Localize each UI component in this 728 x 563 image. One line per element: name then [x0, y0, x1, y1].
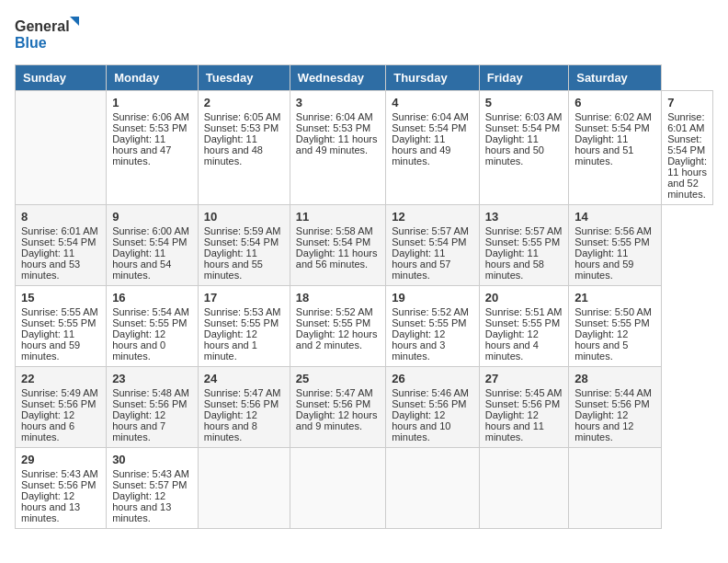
- daylight-text: Daylight: 11 hours and 58 minutes.: [485, 247, 544, 281]
- sunrise-text: Sunrise: 5:48 AM: [112, 387, 189, 398]
- daylight-text: Daylight: 12 hours and 13 minutes.: [112, 490, 171, 523]
- sunrise-text: Sunrise: 5:54 AM: [112, 306, 189, 317]
- logo-icon: GeneralBlue: [15, 15, 79, 53]
- sunrise-text: Sunrise: 5:52 AM: [392, 306, 469, 317]
- calendar-cell: 6Sunrise: 6:02 AMSunset: 5:54 PMDaylight…: [569, 91, 662, 205]
- svg-marker-1: [70, 17, 79, 26]
- day-number: 8: [21, 210, 100, 224]
- day-number: 2: [204, 96, 284, 109]
- sunset-text: Sunset: 5:54 PM: [204, 236, 279, 247]
- day-number: 23: [112, 372, 192, 385]
- sunset-text: Sunset: 5:55 PM: [204, 317, 279, 328]
- weekday-header-monday: Monday: [107, 65, 199, 91]
- sunset-text: Sunset: 5:54 PM: [296, 236, 370, 247]
- sunset-text: Sunset: 5:54 PM: [392, 236, 466, 247]
- calendar-cell: [569, 448, 662, 529]
- sunset-text: Sunset: 5:56 PM: [485, 398, 560, 409]
- sunset-text: Sunset: 5:56 PM: [21, 398, 96, 409]
- weekday-header-tuesday: Tuesday: [198, 65, 290, 91]
- sunset-text: Sunset: 5:55 PM: [485, 317, 560, 328]
- sunset-text: Sunset: 5:57 PM: [112, 479, 187, 490]
- sunset-text: Sunset: 5:55 PM: [392, 317, 466, 328]
- day-number: 20: [485, 291, 563, 304]
- calendar-cell: 28Sunrise: 5:44 AMSunset: 5:56 PMDayligh…: [569, 367, 662, 448]
- day-number: 4: [392, 96, 473, 109]
- calendar-cell: [198, 448, 290, 529]
- daylight-text: Daylight: 11 hours and 57 minutes.: [392, 247, 450, 281]
- day-number: 16: [112, 291, 192, 304]
- daylight-text: Daylight: 12 hours and 13 minutes.: [21, 490, 80, 523]
- calendar-table: SundayMondayTuesdayWednesdayThursdayFrid…: [15, 64, 713, 529]
- calendar-header-row: SundayMondayTuesdayWednesdayThursdayFrid…: [16, 65, 713, 91]
- sunset-text: Sunset: 5:54 PM: [667, 133, 705, 155]
- sunset-text: Sunset: 5:56 PM: [392, 398, 466, 409]
- day-number: 30: [112, 453, 192, 466]
- calendar-cell: 7Sunrise: 6:01 AMSunset: 5:54 PMDaylight…: [662, 91, 713, 205]
- calendar-cell: 3Sunrise: 6:04 AMSunset: 5:53 PMDaylight…: [290, 91, 385, 205]
- day-number: 13: [485, 210, 563, 224]
- sunrise-text: Sunrise: 5:59 AM: [204, 225, 281, 236]
- calendar-cell: 26Sunrise: 5:46 AMSunset: 5:56 PMDayligh…: [386, 367, 480, 448]
- daylight-text: Daylight: 12 hours and 2 minutes.: [296, 328, 378, 350]
- calendar-cell: 10Sunrise: 5:59 AMSunset: 5:54 PMDayligh…: [198, 205, 290, 286]
- daylight-text: Daylight: 12 hours and 6 minutes.: [21, 409, 74, 442]
- sunset-text: Sunset: 5:56 PM: [204, 398, 279, 409]
- sunrise-text: Sunrise: 5:53 AM: [204, 306, 281, 317]
- sunrise-text: Sunrise: 5:44 AM: [574, 387, 652, 398]
- sunrise-text: Sunrise: 5:49 AM: [21, 387, 98, 398]
- sunset-text: Sunset: 5:53 PM: [204, 122, 279, 133]
- daylight-text: Daylight: 12 hours and 1 minute.: [204, 328, 257, 362]
- sunset-text: Sunset: 5:55 PM: [485, 236, 560, 247]
- calendar-cell: 5Sunrise: 6:03 AMSunset: 5:54 PMDaylight…: [479, 91, 568, 205]
- sunset-text: Sunset: 5:56 PM: [112, 398, 187, 409]
- day-number: 18: [296, 291, 380, 304]
- sunset-text: Sunset: 5:55 PM: [574, 317, 649, 328]
- day-number: 14: [574, 210, 655, 224]
- sunrise-text: Sunrise: 6:05 AM: [204, 111, 281, 122]
- sunset-text: Sunset: 5:53 PM: [112, 122, 187, 133]
- day-number: 3: [296, 96, 380, 109]
- page-header: GeneralBlue: [15, 15, 713, 53]
- day-number: 17: [204, 291, 284, 304]
- sunrise-text: Sunrise: 6:06 AM: [112, 111, 189, 122]
- calendar-body: 1Sunrise: 6:06 AMSunset: 5:53 PMDaylight…: [16, 91, 713, 529]
- calendar-cell: 19Sunrise: 5:52 AMSunset: 5:55 PMDayligh…: [386, 286, 480, 367]
- sunset-text: Sunset: 5:55 PM: [574, 236, 649, 247]
- daylight-text: Daylight: 11 hours and 59 minutes.: [574, 247, 633, 281]
- day-number: 28: [574, 372, 655, 385]
- calendar-cell: 4Sunrise: 6:04 AMSunset: 5:54 PMDaylight…: [386, 91, 480, 205]
- day-number: 27: [485, 372, 563, 385]
- daylight-text: Daylight: 12 hours and 12 minutes.: [574, 409, 633, 442]
- daylight-text: Daylight: 11 hours and 51 minutes.: [574, 133, 633, 167]
- daylight-text: Daylight: 12 hours and 5 minutes.: [574, 328, 628, 362]
- calendar-cell: 12Sunrise: 5:57 AMSunset: 5:54 PMDayligh…: [386, 205, 480, 286]
- daylight-text: Daylight: 11 hours and 53 minutes.: [21, 247, 80, 281]
- daylight-text: Daylight: 12 hours and 9 minutes.: [296, 409, 378, 431]
- sunrise-text: Sunrise: 5:50 AM: [574, 306, 652, 317]
- sunset-text: Sunset: 5:56 PM: [296, 398, 370, 409]
- sunrise-text: Sunrise: 5:47 AM: [296, 387, 373, 398]
- logo: GeneralBlue: [15, 15, 79, 53]
- calendar-cell: 2Sunrise: 6:05 AMSunset: 5:53 PMDaylight…: [198, 91, 290, 205]
- calendar-week-row: 22Sunrise: 5:49 AMSunset: 5:56 PMDayligh…: [16, 367, 713, 448]
- daylight-text: Daylight: 12 hours and 11 minutes.: [485, 409, 544, 442]
- sunrise-text: Sunrise: 5:55 AM: [21, 306, 98, 317]
- calendar-cell: [290, 448, 385, 529]
- calendar-cell: 8Sunrise: 6:01 AMSunset: 5:54 PMDaylight…: [16, 205, 107, 286]
- sunset-text: Sunset: 5:54 PM: [392, 122, 466, 133]
- day-number: 7: [667, 96, 707, 109]
- calendar-cell: 16Sunrise: 5:54 AMSunset: 5:55 PMDayligh…: [107, 286, 199, 367]
- daylight-text: Daylight: 12 hours and 10 minutes.: [392, 409, 450, 442]
- sunset-text: Sunset: 5:54 PM: [21, 236, 96, 247]
- sunset-text: Sunset: 5:54 PM: [112, 236, 187, 247]
- sunrise-text: Sunrise: 5:45 AM: [485, 387, 563, 398]
- day-number: 1: [112, 96, 192, 109]
- day-number: 25: [296, 372, 380, 385]
- weekday-header-wednesday: Wednesday: [290, 65, 385, 91]
- daylight-text: Daylight: 11 hours and 59 minutes.: [21, 328, 80, 362]
- sunset-text: Sunset: 5:55 PM: [112, 317, 187, 328]
- sunrise-text: Sunrise: 5:58 AM: [296, 225, 373, 236]
- calendar-cell: [16, 91, 107, 205]
- calendar-week-row: 1Sunrise: 6:06 AMSunset: 5:53 PMDaylight…: [16, 91, 713, 205]
- weekday-header-saturday: Saturday: [569, 65, 662, 91]
